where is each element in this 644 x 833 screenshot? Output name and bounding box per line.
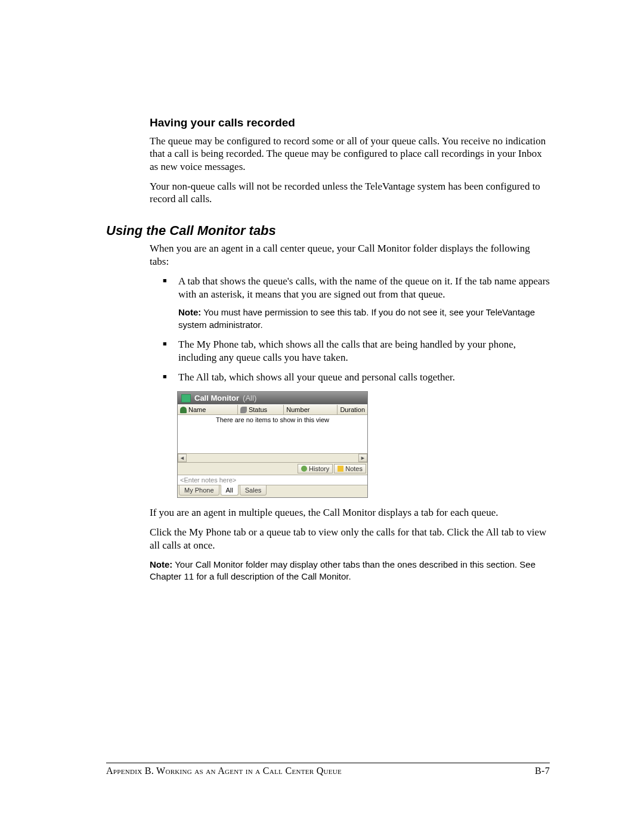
note-permission-text: You must have permission to see this tab… — [178, 307, 535, 329]
footer-page-number: B-7 — [535, 766, 550, 776]
column-name[interactable]: Name — [178, 405, 238, 414]
bullet-list: A tab that shows the queue's calls, with… — [150, 275, 550, 384]
scroll-right-button[interactable]: ► — [358, 454, 367, 462]
note-other-tabs-text: Your Call Monitor folder may display oth… — [150, 559, 535, 581]
tabs-row: My Phone All Sales — [178, 485, 367, 497]
bullet-my-phone: The My Phone tab, which shows all the ca… — [163, 338, 550, 364]
empty-message: There are no items to show in this view — [216, 416, 329, 423]
history-button-label: History — [309, 465, 329, 472]
call-monitor-title-sub: (All) — [243, 394, 256, 402]
scroll-track[interactable] — [187, 454, 358, 462]
call-monitor-titlebar: Call Monitor (All) — [178, 392, 367, 404]
page-footer: Appendix B. Working as an Agent in a Cal… — [106, 763, 550, 776]
tab-all[interactable]: All — [221, 485, 239, 496]
notes-button-label: Notes — [345, 465, 363, 472]
column-status[interactable]: Status — [238, 405, 284, 414]
call-monitor-title: Call Monitor — [194, 394, 239, 402]
note-label-2: Note: — [150, 559, 172, 569]
notes-button[interactable]: Notes — [334, 464, 366, 473]
heading-call-monitor-tabs: Using the Call Monitor tabs — [106, 223, 550, 239]
para-click-tabs: Click the My Phone tab or a queue tab to… — [150, 526, 550, 552]
column-header-row: Name Status Number Duration — [178, 404, 367, 415]
phone-icon — [240, 407, 247, 413]
para-recorded-1: The queue may be configured to record so… — [150, 135, 550, 173]
tab-sales[interactable]: Sales — [240, 485, 267, 496]
column-status-label: Status — [249, 406, 267, 413]
footer-rule — [106, 763, 550, 763]
column-number-label: Number — [286, 406, 309, 413]
para-recorded-2: Your non-queue calls will not be recorde… — [150, 180, 550, 206]
bullet-queue-tab-text: A tab that shows the queue's calls, with… — [178, 275, 550, 300]
footer-left: Appendix B. Working as an Agent in a Cal… — [106, 766, 342, 776]
para-multi-queues: If you are an agent in multiple queues, … — [150, 506, 550, 519]
column-number[interactable]: Number — [284, 405, 338, 414]
tab-my-phone[interactable]: My Phone — [179, 485, 219, 496]
column-duration[interactable]: Duration — [338, 405, 367, 414]
person-icon — [180, 407, 187, 413]
list-body: There are no items to show in this view — [178, 415, 367, 454]
bullet-all-tab: The All tab, which shows all your queue … — [163, 371, 550, 384]
history-icon — [301, 466, 307, 472]
note-label: Note: — [178, 307, 201, 317]
subheading-recorded: Having your calls recorded — [150, 116, 550, 129]
column-duration-label: Duration — [340, 406, 365, 413]
call-monitor-icon — [181, 394, 191, 402]
notes-input[interactable]: <Enter notes here> — [178, 475, 367, 485]
history-button[interactable]: History — [298, 464, 333, 473]
bullet-queue-tab: A tab that shows the queue's calls, with… — [163, 275, 550, 331]
note-permission: Note: You must have permission to see th… — [178, 306, 550, 331]
column-name-label: Name — [188, 406, 206, 413]
note-other-tabs: Note: Your Call Monitor folder may displ… — [150, 559, 550, 583]
horizontal-scrollbar[interactable]: ◄ ► — [178, 454, 367, 463]
call-monitor-panel: Call Monitor (All) Name Status Number Du… — [177, 391, 368, 498]
notes-icon — [338, 466, 343, 472]
para-tabs-intro: When you are an agent in a call center q… — [150, 242, 550, 268]
toolbar-row: History Notes — [178, 463, 367, 475]
scroll-left-button[interactable]: ◄ — [178, 454, 187, 462]
